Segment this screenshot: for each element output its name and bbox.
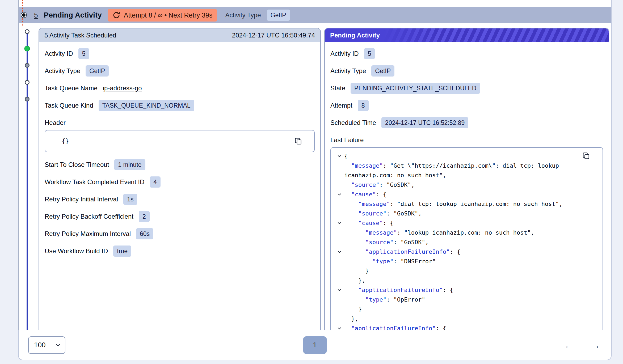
page-size-select[interactable]: 100 <box>28 336 65 354</box>
pending-activity-panel-title: Pending Activity <box>330 32 380 39</box>
field-value-badge: GetIP <box>371 65 394 77</box>
json-line: "source": "GoSDK", <box>335 180 597 190</box>
last-failure-json-box: { "message": "Get \"https://icanhazip.co… <box>330 147 603 330</box>
field-label: Retry Policy Maximum Interval <box>45 230 131 238</box>
json-line: } <box>335 304 597 314</box>
detail-row: Activity ID5 <box>330 48 603 59</box>
json-text: "source": "GoSDK", <box>344 180 597 190</box>
field-value-badge: 4 <box>150 176 161 188</box>
json-text: "applicationFailureInfo": { <box>344 324 597 330</box>
timeline-event-dot-open[interactable] <box>25 80 30 85</box>
detail-row: Scheduled Time2024-12-17 UTC 16:52:52.89 <box>330 117 603 128</box>
next-page-button[interactable]: → <box>590 340 600 350</box>
event-summary-title: 5 Activity Task Scheduled <box>44 32 116 39</box>
field-value-badge: TASK_QUEUE_KIND_NORMAL <box>99 100 194 111</box>
event-history-card: 5 Pending Activity Attempt 8 / ∞ • Next … <box>18 0 612 360</box>
detail-row: StatePENDING_ACTIVITY_STATE_SCHEDULED <box>330 83 603 94</box>
json-line: "cause": { <box>335 218 597 228</box>
payload-content: {} <box>62 138 69 145</box>
timeline-event-dot-gray[interactable] <box>25 97 30 101</box>
json-line: }, <box>335 314 597 324</box>
json-line: "type": "OpError" <box>335 295 597 304</box>
detail-row: Activity TypeGetIP <box>330 65 603 77</box>
json-line: "message": "lookup icanhazip.com: no suc… <box>335 228 597 238</box>
json-text: "source": "GoSDK", <box>344 238 597 247</box>
json-line: "message": "dial tcp: lookup icanhazip.c… <box>335 199 597 209</box>
activity-type-badge: GetIP <box>267 10 290 21</box>
json-text: }, <box>344 314 597 324</box>
pending-activity-header-bar: 5 Pending Activity Attempt 8 / ∞ • Next … <box>19 7 611 23</box>
json-line: "applicationFailureInfo": { <box>335 285 597 295</box>
detail-row: Activity TypeGetIP <box>45 65 315 77</box>
timeline-event-dot-open[interactable] <box>25 29 30 34</box>
collapse-chevron-icon[interactable] <box>335 324 344 330</box>
field-label: Workflow Task Completed Event ID <box>45 178 144 186</box>
field-label: Scheduled Time <box>330 119 376 126</box>
event-id-link[interactable]: 5 <box>34 11 38 19</box>
field-label: Activity Type <box>330 67 366 75</box>
field-label: Start To Close Timeout <box>45 161 109 168</box>
gutter-spacer <box>335 161 344 180</box>
json-line: "cause": { <box>335 190 597 199</box>
event-detail-content: 5 Activity Task Scheduled 2024-12-17 UTC… <box>19 28 611 330</box>
json-line: "source": "GoSDK", <box>335 238 597 247</box>
collapse-chevron-icon[interactable] <box>335 285 344 295</box>
copy-icon[interactable] <box>582 151 590 160</box>
detail-row: Retry Policy Initial Interval1s <box>45 194 315 205</box>
json-line: "source": "GoSDK", <box>335 209 597 218</box>
json-line: { <box>335 151 597 161</box>
json-text: { <box>344 151 597 161</box>
field-value-badge: 5 <box>364 48 375 59</box>
json-line: "applicationFailureInfo": { <box>335 324 597 330</box>
gutter-spacer <box>335 276 344 285</box>
collapse-chevron-icon[interactable] <box>335 151 344 161</box>
field-label: Activity Type <box>45 67 80 75</box>
event-timestamp: 2024-12-17 UTC 16:50:49.74 <box>232 32 315 39</box>
timeline-current-event-dot[interactable] <box>21 12 26 18</box>
json-text: } <box>344 266 597 276</box>
pagination-footer: 100 1 ← → <box>19 330 611 360</box>
gutter-spacer <box>335 199 344 209</box>
detail-row: Retry Policy Maximum Interval60s <box>45 228 315 239</box>
pagination-arrows: ← → <box>564 340 600 350</box>
field-value-badge: GetIP <box>86 65 109 77</box>
field-value-badge: 8 <box>358 100 369 111</box>
json-line: }, <box>335 276 597 285</box>
collapse-chevron-icon[interactable] <box>335 218 344 228</box>
collapse-chevron-icon[interactable] <box>335 190 344 199</box>
current-page-button[interactable]: 1 <box>303 336 327 354</box>
json-text: "cause": { <box>344 190 597 199</box>
gutter-spacer <box>335 257 344 266</box>
json-line: "message": "Get \"https://icanhazip.com\… <box>335 161 597 180</box>
json-text: "message": "lookup icanhazip.com: no suc… <box>344 228 597 238</box>
page-title: Pending Activity <box>44 11 102 19</box>
field-label: Activity ID <box>330 50 359 57</box>
json-text: }, <box>344 276 597 285</box>
activity-type-label: Activity Type <box>225 11 261 19</box>
json-text: } <box>344 304 597 314</box>
copy-icon[interactable] <box>294 137 302 145</box>
timeline-rail <box>18 0 19 330</box>
timeline-event-dot-gray[interactable] <box>25 63 30 68</box>
field-value-badge: 2 <box>139 211 150 222</box>
field-value-badge: 1s <box>123 194 137 205</box>
json-line: } <box>335 266 597 276</box>
gutter-spacer <box>335 314 344 324</box>
json-line: "applicationFailureInfo": { <box>335 247 597 257</box>
field-label: Use Workflow Build ID <box>45 247 108 255</box>
last-failure-label: Last Failure <box>330 134 603 146</box>
field-label: Header <box>45 117 315 128</box>
collapse-chevron-icon[interactable] <box>335 247 344 257</box>
field-label: Task Queue Name <box>45 84 98 92</box>
detail-row: Retry Policy Backoff Coefficient2 <box>45 211 315 222</box>
prev-page-button[interactable]: ← <box>564 340 574 350</box>
gutter-spacer <box>335 209 344 218</box>
pending-activity-panel-header: Pending Activity <box>325 28 609 42</box>
chevron-down-icon <box>55 343 61 347</box>
field-value-badge: true <box>113 246 131 257</box>
json-text: "applicationFailureInfo": { <box>344 285 597 295</box>
task-queue-link[interactable]: ip-address-go <box>103 84 142 92</box>
timeline-event-dot-green[interactable] <box>24 46 30 52</box>
detail-row: Workflow Task Completed Event ID4 <box>45 176 315 188</box>
detail-row: Attempt8 <box>330 100 603 111</box>
